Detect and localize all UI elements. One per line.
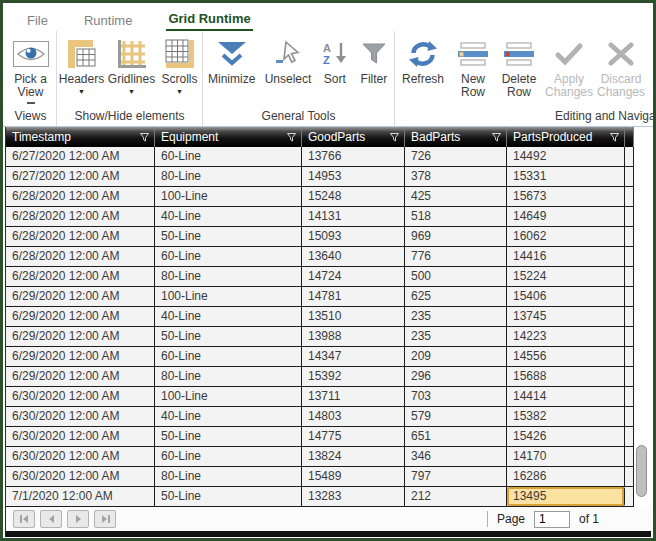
table-cell[interactable]: 16286 <box>507 467 625 486</box>
table-cell[interactable]: 518 <box>405 207 507 226</box>
table-cell[interactable]: 6/28/2020 12:00 AM <box>6 187 155 206</box>
table-cell[interactable]: 60-Line <box>155 447 302 466</box>
discard-changes-button[interactable]: Discard Changes <box>595 38 647 99</box>
sort-button[interactable]: A Z Sort <box>316 38 354 86</box>
table-cell[interactable]: 80-Line <box>155 467 302 486</box>
chevron-down-icon[interactable]: ▼ <box>176 88 183 96</box>
table-cell[interactable]: 6/30/2020 12:00 AM <box>6 407 155 426</box>
table-cell[interactable]: 14414 <box>507 387 625 406</box>
table-cell[interactable]: 6/29/2020 12:00 AM <box>6 327 155 346</box>
table-cell[interactable]: 100-Line <box>155 287 302 306</box>
minimize-button[interactable]: Minimize <box>203 38 260 86</box>
table-cell[interactable]: 296 <box>405 367 507 386</box>
table-cell[interactable]: 6/27/2020 12:00 AM <box>6 147 155 166</box>
unselect-button[interactable]: Unselect <box>260 38 315 86</box>
table-cell[interactable]: 7/1/2020 12:00 AM <box>6 487 155 506</box>
new-row-button[interactable]: New Row <box>451 38 495 99</box>
table-cell[interactable]: 579 <box>405 407 507 426</box>
column-filter-icon[interactable] <box>286 132 297 143</box>
vertical-scrollbar-thumb[interactable] <box>636 445 647 497</box>
table-cell[interactable]: 6/29/2020 12:00 AM <box>6 367 155 386</box>
table-cell[interactable]: 80-Line <box>155 267 302 286</box>
column-header-goodparts[interactable]: GoodParts <box>302 127 405 147</box>
column-header-timestamp[interactable]: Timestamp <box>6 127 155 147</box>
table-cell[interactable]: 14953 <box>302 167 405 186</box>
table-cell[interactable]: 500 <box>405 267 507 286</box>
table-cell[interactable]: 14492 <box>507 147 625 166</box>
table-cell[interactable]: 6/30/2020 12:00 AM <box>6 427 155 446</box>
table-cell[interactable]: 212 <box>405 487 507 506</box>
table-cell[interactable]: 14347 <box>302 347 405 366</box>
table-cell[interactable]: 15673 <box>507 187 625 206</box>
headers-button[interactable]: Headers ▼ <box>58 38 106 96</box>
table-cell[interactable]: 13824 <box>302 447 405 466</box>
table-cell[interactable]: 15331 <box>507 167 625 186</box>
table-cell[interactable]: 15426 <box>507 427 625 446</box>
dropdown-dash-icon[interactable] <box>27 102 35 104</box>
table-cell[interactable]: 15382 <box>507 407 625 426</box>
column-header-partsproduced[interactable]: PartsProduced <box>507 127 625 147</box>
filter-button[interactable]: Filter <box>354 38 394 86</box>
table-cell[interactable]: 969 <box>405 227 507 246</box>
gridlines-button[interactable]: Gridlines ▼ <box>106 38 158 96</box>
table-cell[interactable]: 6/27/2020 12:00 AM <box>6 167 155 186</box>
table-cell[interactable]: 425 <box>405 187 507 206</box>
table-cell[interactable]: 6/28/2020 12:00 AM <box>6 207 155 226</box>
table-cell[interactable]: 776 <box>405 247 507 266</box>
table-cell[interactable]: 209 <box>405 347 507 366</box>
first-page-button[interactable] <box>13 510 35 528</box>
table-cell[interactable]: 6/30/2020 12:00 AM <box>6 447 155 466</box>
table-cell[interactable]: 14170 <box>507 447 625 466</box>
table-cell[interactable]: 6/29/2020 12:00 AM <box>6 347 155 366</box>
column-header-equipment[interactable]: Equipment <box>155 127 302 147</box>
pick-a-view-button[interactable]: Pick a View <box>8 38 54 104</box>
table-cell[interactable]: 14223 <box>507 327 625 346</box>
table-cell[interactable]: 13640 <box>302 247 405 266</box>
table-cell[interactable]: 378 <box>405 167 507 186</box>
column-filter-icon[interactable] <box>389 132 400 143</box>
delete-row-button[interactable]: Delete Row <box>495 38 543 99</box>
table-cell[interactable]: 60-Line <box>155 247 302 266</box>
table-cell[interactable]: 6/28/2020 12:00 AM <box>6 247 155 266</box>
table-cell[interactable]: 40-Line <box>155 307 302 326</box>
next-page-button[interactable] <box>67 510 89 528</box>
table-cell[interactable]: 15093 <box>302 227 405 246</box>
table-cell[interactable]: 6/28/2020 12:00 AM <box>6 267 155 286</box>
table-cell[interactable]: 14649 <box>507 207 625 226</box>
column-filter-icon[interactable] <box>609 132 620 143</box>
table-cell[interactable]: 40-Line <box>155 207 302 226</box>
table-cell[interactable]: 6/30/2020 12:00 AM <box>6 387 155 406</box>
table-cell[interactable]: 13510 <box>302 307 405 326</box>
column-filter-icon[interactable] <box>139 132 150 143</box>
table-cell[interactable]: 13766 <box>302 147 405 166</box>
table-cell[interactable]: 235 <box>405 327 507 346</box>
column-filter-icon[interactable] <box>491 132 502 143</box>
table-cell[interactable]: 50-Line <box>155 227 302 246</box>
clipped-button[interactable]: S <box>647 38 653 86</box>
table-cell[interactable]: 651 <box>405 427 507 446</box>
table-cell[interactable]: 80-Line <box>155 167 302 186</box>
table-cell[interactable]: 100-Line <box>155 387 302 406</box>
table-cell[interactable]: 16062 <box>507 227 625 246</box>
table-cell[interactable]: 13495 <box>507 487 625 506</box>
chevron-down-icon[interactable]: ▼ <box>128 88 135 96</box>
table-cell[interactable]: 50-Line <box>155 427 302 446</box>
prev-page-button[interactable] <box>40 510 62 528</box>
table-cell[interactable]: 15489 <box>302 467 405 486</box>
table-cell[interactable]: 14556 <box>507 347 625 366</box>
table-cell[interactable]: 14416 <box>507 247 625 266</box>
table-cell[interactable]: 346 <box>405 447 507 466</box>
table-cell[interactable]: 703 <box>405 387 507 406</box>
table-cell[interactable]: 6/29/2020 12:00 AM <box>6 287 155 306</box>
table-cell[interactable]: 235 <box>405 307 507 326</box>
table-cell[interactable]: 15406 <box>507 287 625 306</box>
tab-grid-runtime[interactable]: Grid Runtime <box>166 7 252 31</box>
table-cell[interactable]: 13711 <box>302 387 405 406</box>
tab-runtime[interactable]: Runtime <box>82 9 134 31</box>
table-cell[interactable]: 14131 <box>302 207 405 226</box>
table-cell[interactable]: 14803 <box>302 407 405 426</box>
tab-file[interactable]: File <box>25 9 50 31</box>
apply-changes-button[interactable]: Apply Changes <box>543 38 595 99</box>
refresh-button[interactable]: Refresh <box>395 38 451 86</box>
table-cell[interactable]: 13283 <box>302 487 405 506</box>
